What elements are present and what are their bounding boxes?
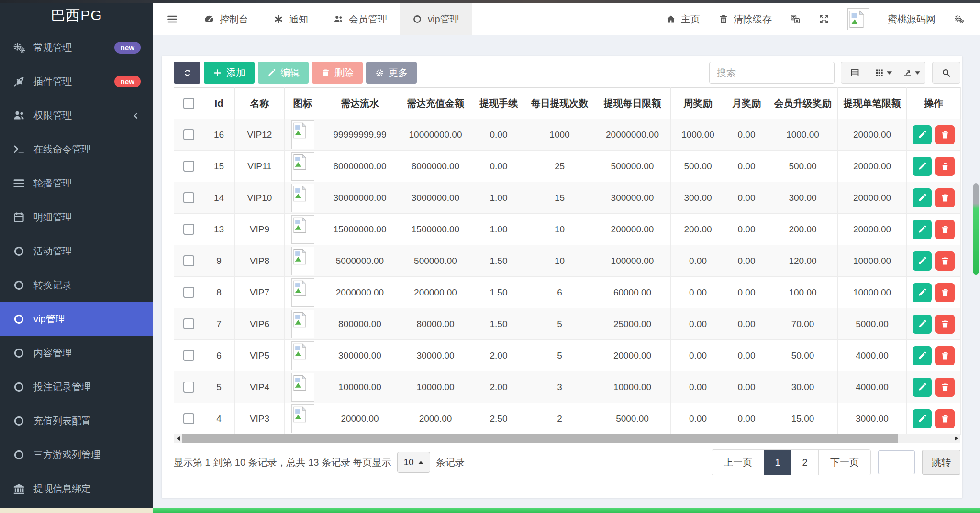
- prev-page-button[interactable]: 上一页: [712, 450, 764, 475]
- next-page-button[interactable]: 下一页: [818, 450, 870, 475]
- sidebar-item-plugins[interactable]: 插件管理new: [0, 65, 153, 98]
- add-button[interactable]: 添加: [204, 62, 255, 84]
- tab-label: 控制台: [220, 13, 248, 26]
- row-select-cell: [174, 245, 203, 277]
- search-button[interactable]: [932, 62, 960, 84]
- sidebar-item-convert[interactable]: 转换记录: [0, 268, 153, 302]
- nav-home[interactable]: 主页: [657, 3, 709, 35]
- vip-icon-image: [291, 373, 314, 402]
- row-delete-button[interactable]: [935, 409, 955, 428]
- dashboard-icon: [204, 14, 214, 24]
- row-checkbox[interactable]: [183, 255, 194, 266]
- row-checkbox[interactable]: [183, 318, 194, 329]
- sidebar-item-online-command[interactable]: 在线命令管理: [0, 132, 153, 166]
- table-horizontal-scrollbar[interactable]: [174, 434, 960, 443]
- nav-clear-cache[interactable]: 清除缓存: [709, 3, 781, 35]
- row-delete-button[interactable]: [935, 283, 955, 302]
- select-all-checkbox[interactable]: [183, 98, 194, 109]
- row-checkbox[interactable]: [183, 192, 194, 203]
- row-edit-button[interactable]: [913, 346, 932, 365]
- nav-avatar[interactable]: [838, 3, 879, 35]
- row-checkbox[interactable]: [183, 129, 194, 140]
- refresh-button[interactable]: [174, 62, 200, 84]
- nav-site-name[interactable]: 蜜桃源码网: [879, 3, 945, 35]
- scrollbar-thumb[interactable]: [182, 434, 898, 443]
- row-name-cell: VIP8: [235, 245, 285, 277]
- tab-console[interactable]: 控制台: [191, 3, 261, 35]
- edit-button[interactable]: 编辑: [258, 62, 309, 84]
- window-top-edge: [0, 0, 980, 3]
- row-delete-button[interactable]: [935, 378, 955, 397]
- tab-notice[interactable]: 通知: [261, 3, 321, 35]
- row-checkbox[interactable]: [183, 161, 194, 172]
- row-edit-button[interactable]: [913, 157, 932, 176]
- more-button[interactable]: 更多: [366, 62, 417, 84]
- row-delete-button[interactable]: [935, 125, 955, 144]
- tab-member[interactable]: 会员管理: [321, 3, 400, 35]
- sidebar-item-third-games[interactable]: 三方游戏列管理: [0, 438, 153, 472]
- scroll-left-arrow[interactable]: [174, 434, 182, 443]
- row-value-cell: 0.00: [671, 277, 725, 308]
- sidebar-item-general[interactable]: 常规管理new: [0, 31, 153, 65]
- row-edit-button[interactable]: [913, 251, 932, 271]
- sidebar-item-detail[interactable]: 明细管理: [0, 200, 153, 234]
- page-jump-input[interactable]: [878, 450, 915, 474]
- sidebar-item-withdraw-bind[interactable]: 提现信息绑定: [0, 472, 153, 506]
- row-delete-button[interactable]: [935, 251, 955, 271]
- horizontal-page-scrollbar-thumb[interactable]: [153, 508, 980, 513]
- row-checkbox[interactable]: [183, 413, 194, 424]
- row-value-cell: 1.00: [472, 182, 525, 214]
- row-edit-button[interactable]: [913, 125, 932, 144]
- export-button[interactable]: [897, 62, 925, 84]
- row-edit-button[interactable]: [913, 409, 932, 428]
- row-select-cell: [174, 403, 203, 435]
- sidebar-item-carousel[interactable]: 轮播管理: [0, 166, 153, 200]
- horizontal-page-scrollbar[interactable]: [0, 508, 980, 513]
- scroll-right-arrow[interactable]: [952, 434, 960, 443]
- sidebar-item-bet-records[interactable]: 投注记录管理: [0, 370, 153, 404]
- row-checkbox[interactable]: [183, 287, 194, 298]
- sidebar-toggle-button[interactable]: [153, 3, 191, 35]
- sidebar-menu: 常规管理new插件管理new权限管理在线命令管理轮播管理明细管理活动管理转换记录…: [0, 31, 153, 506]
- chevron-left-icon: [131, 111, 141, 120]
- row-delete-button[interactable]: [935, 157, 955, 176]
- tab-vip[interactable]: vip管理: [400, 3, 472, 35]
- sidebar-item-activity[interactable]: 活动管理: [0, 234, 153, 268]
- row-checkbox[interactable]: [183, 350, 194, 361]
- row-delete-button[interactable]: [935, 346, 955, 365]
- row-edit-button[interactable]: [913, 315, 932, 334]
- row-value-cell: 10: [525, 245, 594, 277]
- nav-fullscreen[interactable]: [810, 3, 838, 35]
- row-delete-button[interactable]: [935, 220, 955, 239]
- sidebar-item-label: 插件管理: [33, 75, 72, 88]
- asterisk-icon: [273, 14, 284, 24]
- vip-table: Id名称图标需达流水需达充值金额提现手续每日提现次数提现每日限额周奖励月奖励会员…: [174, 87, 961, 435]
- sidebar-item-permissions[interactable]: 权限管理: [0, 98, 153, 132]
- page-button-2[interactable]: 2: [791, 450, 818, 475]
- sidebar-item-vip[interactable]: vip管理: [0, 302, 153, 336]
- columns-button[interactable]: [869, 62, 897, 84]
- sidebar-item-recharge-list[interactable]: 充值列表配置: [0, 404, 153, 438]
- row-checkbox[interactable]: [183, 224, 194, 235]
- row-edit-button[interactable]: [913, 378, 932, 397]
- card-view-button[interactable]: [841, 62, 869, 84]
- row-delete-button[interactable]: [935, 315, 955, 334]
- row-actions-cell: [907, 403, 961, 435]
- page-button-1[interactable]: 1: [764, 450, 791, 475]
- nav-translate[interactable]: [781, 3, 810, 35]
- row-delete-button[interactable]: [935, 188, 955, 207]
- page-size-dropdown[interactable]: 10: [397, 452, 430, 473]
- row-edit-button[interactable]: [913, 283, 932, 302]
- nav-settings[interactable]: [945, 3, 973, 35]
- sidebar-item-content[interactable]: 内容管理: [0, 336, 153, 370]
- row-value-cell: 10: [525, 214, 594, 245]
- row-name-cell: VIP11: [235, 151, 285, 182]
- row-checkbox[interactable]: [183, 382, 194, 393]
- jump-button[interactable]: 跳转: [922, 450, 960, 475]
- delete-button[interactable]: 删除: [312, 62, 363, 84]
- row-edit-button[interactable]: [913, 220, 932, 239]
- search-input[interactable]: [709, 62, 835, 84]
- row-edit-button[interactable]: [913, 188, 932, 207]
- vertical-scrollbar-thumb[interactable]: [973, 183, 979, 275]
- row-value-cell: 25: [525, 151, 594, 182]
